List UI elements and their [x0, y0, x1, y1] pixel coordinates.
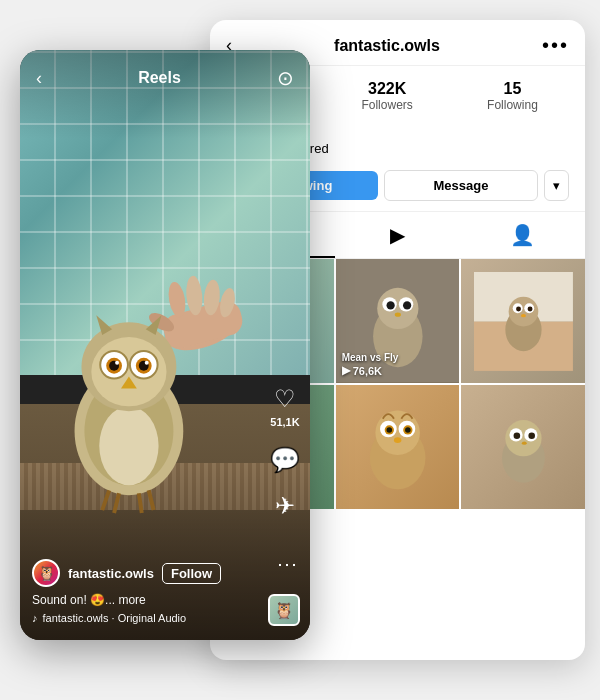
reel-user-row: 🦉 fantastic.owls Follow — [32, 559, 298, 587]
tab-reels[interactable]: ▶ — [335, 212, 460, 258]
followers-stat: 322K Followers — [361, 80, 412, 112]
music-icon: ♪ — [32, 612, 38, 624]
reel-audio-label: fantastic.owls · Original Audio — [43, 612, 187, 624]
svg-point-18 — [508, 296, 538, 326]
svg-point-39 — [521, 442, 526, 445]
grid-item[interactable]: Mean vs Fly ▶76,6K — [336, 259, 460, 383]
profile-username-title: fantastic.owls — [334, 37, 440, 55]
svg-point-38 — [528, 433, 535, 440]
svg-point-59 — [144, 361, 148, 365]
share-icon: ✈ — [275, 492, 295, 520]
grid-item[interactable] — [461, 385, 585, 509]
reel-caption: Sound on! 😍... more — [32, 593, 298, 607]
grid-item[interactable] — [336, 385, 460, 509]
reel-follow-button[interactable]: Follow — [162, 563, 221, 584]
svg-line-65 — [138, 493, 141, 513]
reel-back-icon[interactable]: ‹ — [36, 68, 42, 89]
svg-point-32 — [394, 438, 401, 444]
following-label: Following — [487, 98, 538, 112]
more-options-icon[interactable]: ••• — [542, 34, 569, 57]
reel-audio-row: ♪ fantastic.owls · Original Audio — [32, 612, 298, 624]
reel-actions: ♡ 51,1K 💬 ✈ — [270, 385, 300, 520]
followers-count: 322K — [368, 80, 406, 98]
reel-camera-icon[interactable]: ⊙ — [277, 66, 294, 90]
grid-item-label: Mean vs Fly — [342, 352, 454, 363]
share-button[interactable]: ✈ — [275, 492, 295, 520]
play-icon: ▶ — [390, 223, 405, 247]
svg-point-23 — [521, 314, 526, 317]
reel-profile-thumbnail[interactable]: 🦉 — [268, 594, 300, 626]
svg-line-63 — [102, 490, 109, 510]
svg-point-37 — [513, 433, 520, 440]
grid-item-overlay: ▶76,6K — [342, 364, 382, 377]
svg-point-30 — [386, 427, 392, 433]
grid-item[interactable] — [461, 259, 585, 383]
reel-avatar[interactable]: 🦉 — [32, 559, 60, 587]
reel-title: Reels — [138, 69, 181, 87]
like-count: 51,1K — [270, 416, 299, 428]
tab-tagged[interactable]: 👤 — [460, 212, 585, 258]
dropdown-button[interactable]: ▾ — [544, 170, 569, 201]
like-button[interactable]: ♡ 51,1K — [270, 385, 299, 428]
svg-point-14 — [394, 313, 400, 317]
svg-line-66 — [148, 490, 153, 510]
reel-username: fantastic.owls — [68, 566, 154, 581]
comment-button[interactable]: 💬 — [270, 446, 300, 474]
followers-label: Followers — [361, 98, 412, 112]
svg-point-12 — [386, 302, 394, 310]
reel-header: ‹ Reels ⊙ — [20, 50, 310, 100]
svg-point-49 — [99, 406, 158, 485]
message-button[interactable]: Message — [384, 170, 538, 201]
svg-point-9 — [377, 288, 418, 329]
person-icon: 👤 — [510, 223, 535, 247]
comment-icon: 💬 — [270, 446, 300, 474]
svg-line-64 — [114, 493, 119, 513]
reel-bottom-info: 🦉 fantastic.owls Follow Sound on! 😍... m… — [20, 549, 310, 640]
svg-point-13 — [403, 302, 411, 310]
owl-scene — [35, 239, 253, 534]
reel-screen: ‹ Reels ⊙ ♡ 51,1K 💬 ✈ ⋮ 🦉 fantastic.owls… — [20, 50, 310, 640]
svg-point-22 — [527, 306, 532, 311]
heart-icon: ♡ — [274, 385, 296, 413]
svg-point-21 — [516, 306, 521, 311]
following-stat: 15 Following — [487, 80, 538, 112]
following-count: 15 — [504, 80, 522, 98]
svg-point-31 — [405, 427, 411, 433]
svg-point-58 — [115, 361, 119, 365]
